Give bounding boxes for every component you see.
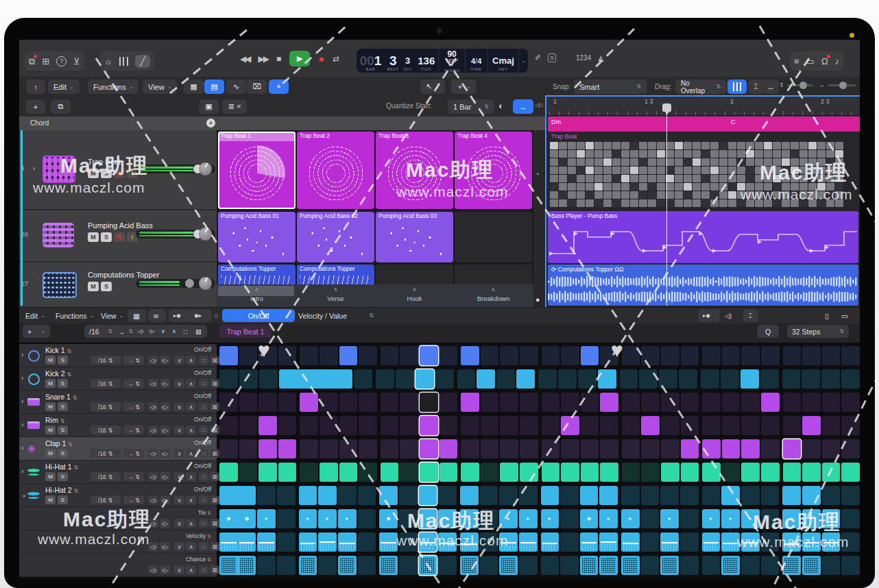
- increment-button[interactable]: ∧: [186, 379, 196, 388]
- shift-left-button[interactable]: ◁▫: [148, 542, 158, 551]
- step-cell[interactable]: [741, 416, 760, 435]
- direction-select[interactable]: →⇅: [123, 495, 144, 504]
- shift-right-button[interactable]: ▫▷: [160, 472, 170, 481]
- step-cell[interactable]: [841, 346, 860, 365]
- mute-button[interactable]: M: [45, 379, 56, 388]
- shift-left-button[interactable]: ◁▫: [148, 449, 158, 458]
- step-cell[interactable]: [659, 369, 677, 389]
- step-cell[interactable]: [560, 532, 579, 552]
- direction-select[interactable]: →⇅: [123, 402, 144, 411]
- randomize-button[interactable]: ∷: [199, 519, 208, 528]
- step-cell[interactable]: [680, 532, 699, 552]
- step-cell[interactable]: [802, 556, 821, 575]
- step-cell[interactable]: [419, 556, 437, 575]
- step-cell[interactable]: ◆: [238, 509, 256, 528]
- step-cell[interactable]: [400, 416, 418, 435]
- step-cell[interactable]: [681, 416, 699, 435]
- step-cell[interactable]: [258, 463, 277, 482]
- step-cell[interactable]: [741, 393, 760, 412]
- step-cell[interactable]: [782, 532, 801, 552]
- step-cell[interactable]: [702, 463, 721, 482]
- step-cell[interactable]: ▸: [299, 509, 317, 528]
- quick-swap-icon[interactable]: ⊞: [42, 57, 49, 66]
- slider-thumb[interactable]: [799, 82, 807, 89]
- quantize-button[interactable]: Q: [757, 325, 779, 338]
- step-cell[interactable]: [722, 346, 740, 365]
- clear-row-button[interactable]: ⊠: [210, 565, 219, 574]
- step-cell[interactable]: [354, 369, 372, 389]
- step-cell[interactable]: [258, 416, 277, 435]
- mute-button[interactable]: M: [88, 282, 99, 291]
- quantize-start-select[interactable]: 1 Bar⇅: [448, 99, 494, 114]
- bar-ruler[interactable]: 11 322 3: [546, 97, 860, 116]
- step-cell[interactable]: ◆: [580, 509, 599, 528]
- increment-button[interactable]: ∧: [186, 495, 196, 504]
- shift-left-button[interactable]: ◁▫: [148, 495, 158, 504]
- step-cell[interactable]: [379, 486, 398, 505]
- step-cell[interactable]: [740, 369, 759, 389]
- disclosure-icon[interactable]: ›: [21, 397, 23, 405]
- step-cell[interactable]: [481, 439, 499, 458]
- disclosure-icon[interactable]: ›: [21, 421, 23, 428]
- row-header[interactable]: ›Snare 1⇅MS/16⇅→⇅◁▫▫▷∨∧∷⊠On/Off: [19, 391, 217, 414]
- step-cell[interactable]: [822, 556, 841, 575]
- step-cell[interactable]: [822, 532, 841, 552]
- row-header[interactable]: ›❋Clap 1⇅MS/16⇅→⇅◁▫▫▷∨∧∷⊠On/Off: [19, 437, 217, 461]
- chord-region-dm[interactable]: Dm: [548, 117, 729, 132]
- count-in-button[interactable]: 1234: [576, 54, 591, 62]
- loop-cell[interactable]: Trap Beat 3: [376, 132, 453, 209]
- pattern-browser-button[interactable]: ▦: [128, 309, 146, 322]
- shift-left-button[interactable]: ◁▫: [148, 379, 158, 388]
- step-cell[interactable]: [239, 346, 258, 365]
- randomize-button[interactable]: ∷: [199, 426, 208, 434]
- scene-play-icon[interactable]: ∧: [297, 286, 374, 293]
- shift-right-button[interactable]: ▫▷: [160, 426, 170, 434]
- subrow-header[interactable]: Chance ⇅◁▫▫▷∨∧∷⊠: [19, 554, 217, 577]
- step-cell[interactable]: [399, 486, 418, 505]
- step-cell[interactable]: [822, 463, 841, 482]
- clear-row-button[interactable]: ⊠: [210, 356, 219, 365]
- mixer-icon[interactable]: [119, 57, 128, 66]
- step-cell[interactable]: [339, 463, 358, 482]
- step-cell[interactable]: [802, 416, 821, 435]
- step-cell[interactable]: ▸: [499, 509, 518, 528]
- decrement-button[interactable]: ∨: [174, 542, 184, 551]
- step-cell[interactable]: [741, 346, 760, 365]
- step-cell[interactable]: [438, 486, 457, 505]
- randomize-button[interactable]: ∷: [199, 472, 208, 481]
- step-cell[interactable]: [318, 556, 337, 575]
- step-cell[interactable]: [821, 369, 840, 389]
- step-cell[interactable]: [841, 463, 860, 482]
- step-cell[interactable]: [516, 369, 535, 389]
- subrow-header[interactable]: Tie ⇅◁▫▫▷∨∧∷⊠: [19, 507, 217, 530]
- step-cell[interactable]: [538, 369, 557, 389]
- step-cell[interactable]: [661, 393, 679, 412]
- pan-knob[interactable]: [199, 228, 212, 241]
- step-cell[interactable]: [499, 486, 518, 505]
- decrement-button[interactable]: ∨: [174, 426, 184, 434]
- metronome-icon[interactable]: ◭: [598, 53, 603, 62]
- step-cell[interactable]: [278, 463, 297, 482]
- step-cell[interactable]: [315, 369, 334, 389]
- xy-button[interactable]: ⁘: [208, 309, 224, 322]
- clear-row-button[interactable]: ⊠: [210, 519, 219, 528]
- step-cell[interactable]: [359, 416, 377, 435]
- step-cell[interactable]: [622, 463, 640, 482]
- step-cell[interactable]: [258, 439, 277, 458]
- step-cell[interactable]: [702, 346, 721, 365]
- step-cell[interactable]: [702, 393, 721, 412]
- import-icon[interactable]: ⊻: [73, 57, 80, 66]
- stepper-icon[interactable]: ⇅: [74, 465, 79, 471]
- step-cell[interactable]: [761, 416, 780, 435]
- step-cell[interactable]: [358, 532, 376, 552]
- step-cell[interactable]: [681, 393, 699, 412]
- step-cell[interactable]: [641, 439, 660, 458]
- rate-select[interactable]: /16⇅: [91, 402, 121, 411]
- step-cell[interactable]: [300, 416, 318, 435]
- step-cell[interactable]: [239, 369, 258, 389]
- rate-select[interactable]: /16⇅: [91, 426, 121, 434]
- step-cell[interactable]: [641, 463, 660, 482]
- track-name[interactable]: Trap Beat: [88, 158, 138, 166]
- clear-row-button[interactable]: ⊠: [210, 472, 219, 481]
- step-cell[interactable]: [381, 393, 399, 412]
